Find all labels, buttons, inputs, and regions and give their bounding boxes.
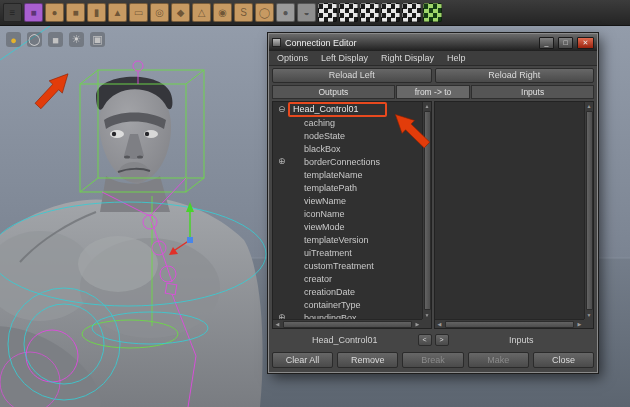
poly-cube-violet-icon[interactable]: ■: [24, 3, 43, 22]
viewport-toolbar: ●◯■☀▣: [6, 32, 105, 47]
poly-pyramid-icon[interactable]: △: [192, 3, 211, 22]
texture-checker-green-icon[interactable]: [423, 3, 442, 22]
poly-plane-icon[interactable]: ▭: [129, 3, 148, 22]
collapse-icon[interactable]: ⊖: [278, 104, 286, 115]
attribute-label: creator: [304, 274, 332, 284]
inputs-header[interactable]: Inputs: [471, 85, 594, 99]
attribute-label: creationDate: [304, 287, 355, 297]
scrollbar-corner: [422, 319, 431, 328]
right-panel-label: Inputs: [449, 335, 595, 345]
minimize-button[interactable]: _: [539, 37, 554, 49]
attribute-row[interactable]: templatePath: [274, 181, 421, 194]
window-icon: [272, 38, 281, 47]
poly-helix-icon[interactable]: S: [234, 3, 253, 22]
previous-button[interactable]: <: [418, 334, 432, 346]
next-button[interactable]: >: [435, 334, 449, 346]
poly-torus-icon[interactable]: ◎: [150, 3, 169, 22]
close-button[interactable]: Close: [533, 352, 594, 368]
selection-footer: Head_Control01 < > Inputs: [272, 331, 594, 349]
break-button[interactable]: Break: [402, 352, 463, 368]
reload-right-button[interactable]: Reload Right: [435, 68, 595, 83]
texture-checker-2-icon[interactable]: [339, 3, 358, 22]
horizontal-scrollbar[interactable]: ◀ ▶: [435, 319, 584, 328]
scroll-left-icon[interactable]: ◀: [273, 320, 282, 328]
texture-checker-1-icon[interactable]: [318, 3, 337, 22]
connection-editor-window: Connection Editor _ □ ✕ Options Left Dis…: [268, 33, 598, 373]
attribute-row[interactable]: viewName: [274, 194, 421, 207]
attribute-label: caching: [304, 118, 335, 128]
shaded-cube-icon[interactable]: ■: [48, 32, 63, 47]
poly-cylinder-icon[interactable]: ▮: [87, 3, 106, 22]
poly-cube-icon[interactable]: ■: [66, 3, 85, 22]
camera-icon[interactable]: ▣: [90, 32, 105, 47]
scroll-left-icon[interactable]: ◀: [435, 320, 444, 328]
horizontal-scrollbar[interactable]: ◀ ▶: [273, 319, 422, 328]
poly-soccer-ball-icon[interactable]: ◯: [255, 3, 274, 22]
shelf-tab-icon[interactable]: ≡: [3, 3, 22, 22]
poly-sphere-icon[interactable]: ●: [45, 3, 64, 22]
poly-cone-icon[interactable]: ▲: [108, 3, 127, 22]
attribute-label: containerType: [304, 300, 361, 310]
expand-icon[interactable]: ⊕: [278, 156, 286, 167]
attribute-row[interactable]: nodeState: [274, 129, 421, 142]
scroll-right-icon[interactable]: ▶: [413, 320, 422, 328]
vertical-scrollbar[interactable]: ▲ ▼: [584, 102, 593, 319]
scroll-down-icon[interactable]: ▼: [423, 311, 432, 319]
attribute-row[interactable]: caching: [274, 116, 421, 129]
menu-left-display[interactable]: Left Display: [321, 53, 368, 63]
outputs-panel: ⊖Head_Control01cachingnodeStateblackBox⊕…: [272, 101, 432, 329]
attribute-row[interactable]: ⊕borderConnections: [274, 155, 421, 168]
attribute-row[interactable]: blackBox: [274, 142, 421, 155]
attribute-row[interactable]: customTreatment: [274, 259, 421, 272]
attribute-label: templateVersion: [304, 235, 369, 245]
scroll-right-icon[interactable]: ▶: [575, 320, 584, 328]
maximize-button[interactable]: □: [558, 37, 573, 49]
scrollbar-thumb[interactable]: [445, 321, 574, 328]
maya-screen: ●◯■☀▣ ≡■●■▮▲▭◎◆△◉S◯●◒ Connection Editor …: [0, 0, 630, 407]
attribute-row[interactable]: templateVersion: [274, 233, 421, 246]
reload-left-button[interactable]: Reload Left: [272, 68, 432, 83]
highlight-sphere-icon[interactable]: ●: [6, 32, 21, 47]
panel-headers: Outputs from -> to Inputs: [272, 85, 594, 99]
from-to-toggle[interactable]: from -> to: [396, 85, 470, 99]
scrollbar-corner: [584, 319, 593, 328]
attribute-label: viewName: [304, 196, 346, 206]
attribute-label: nodeState: [304, 131, 345, 141]
attribute-row[interactable]: creator: [274, 272, 421, 285]
outputs-header[interactable]: Outputs: [272, 85, 395, 99]
poly-pipe-icon[interactable]: ◉: [213, 3, 232, 22]
attribute-row[interactable]: templateName: [274, 168, 421, 181]
smooth-mesh-sphere-icon[interactable]: ●: [276, 3, 295, 22]
texture-checker-5-icon[interactable]: [402, 3, 421, 22]
connection-lists: ⊖Head_Control01cachingnodeStateblackBox⊕…: [272, 101, 594, 329]
attribute-row[interactable]: uiTreatment: [274, 246, 421, 259]
menu-right-display[interactable]: Right Display: [381, 53, 434, 63]
attribute-label: blackBox: [304, 144, 341, 154]
scrollbar-thumb[interactable]: [424, 111, 431, 310]
texture-checker-4-icon[interactable]: [381, 3, 400, 22]
scroll-up-icon[interactable]: ▲: [423, 102, 432, 110]
close-window-button[interactable]: ✕: [577, 37, 594, 49]
attribute-row[interactable]: creationDate: [274, 285, 421, 298]
clear-all-button[interactable]: Clear All: [272, 352, 333, 368]
sculpt-tool-icon[interactable]: ◒: [297, 3, 316, 22]
make-button[interactable]: Make: [468, 352, 529, 368]
attribute-row[interactable]: ⊖Head_Control01: [274, 103, 421, 116]
scroll-down-icon[interactable]: ▼: [585, 311, 594, 319]
attribute-row[interactable]: iconName: [274, 207, 421, 220]
menu-help[interactable]: Help: [447, 53, 466, 63]
scrollbar-thumb[interactable]: [283, 321, 412, 328]
light-icon[interactable]: ☀: [69, 32, 84, 47]
texture-checker-3-icon[interactable]: [360, 3, 379, 22]
scrollbar-thumb[interactable]: [586, 111, 593, 310]
poly-prism-icon[interactable]: ◆: [171, 3, 190, 22]
menu-options[interactable]: Options: [277, 53, 308, 63]
vertical-scrollbar[interactable]: ▲ ▼: [422, 102, 431, 319]
scroll-up-icon[interactable]: ▲: [585, 102, 594, 110]
titlebar[interactable]: Connection Editor _ □ ✕: [269, 34, 597, 51]
remove-button[interactable]: Remove: [337, 352, 398, 368]
wireframe-sphere-icon[interactable]: ◯: [27, 32, 42, 47]
attribute-row[interactable]: containerType: [274, 298, 421, 311]
attribute-label: templateName: [304, 170, 363, 180]
attribute-row[interactable]: viewMode: [274, 220, 421, 233]
